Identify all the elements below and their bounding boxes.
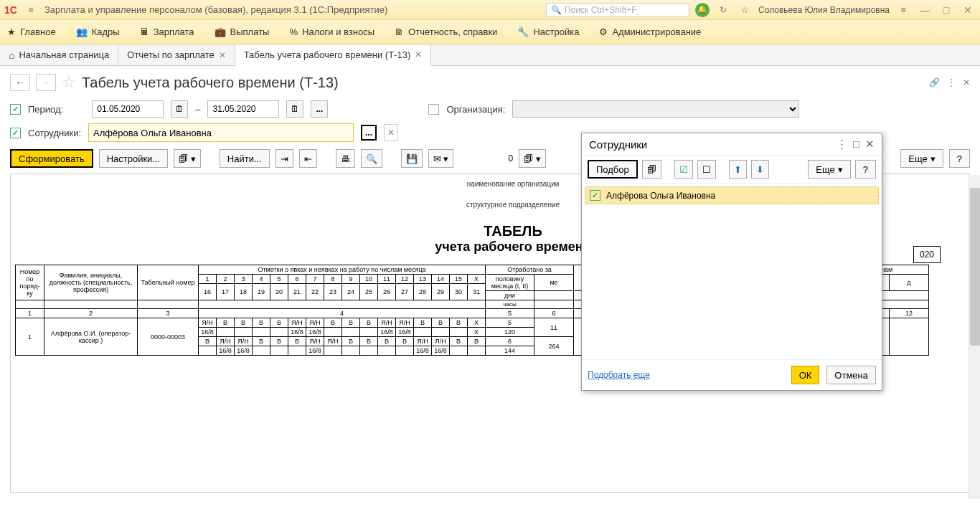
period-checkbox[interactable]: ✓ xyxy=(10,104,21,115)
th-num: Номер по поряд-ку xyxy=(16,265,44,300)
nav-otchet[interactable]: 🗎Отчетность, справки xyxy=(395,27,497,37)
help-button[interactable]: ? xyxy=(949,149,970,168)
ok-button[interactable]: ОК xyxy=(791,366,820,384)
star-filled-icon: ★ xyxy=(7,27,16,37)
period-picker-button[interactable]: ... xyxy=(311,100,328,118)
page-header: ← → ☆ Табель учета рабочего времени (Т-1… xyxy=(0,66,980,98)
modal-more-button[interactable]: Еще ▾ xyxy=(808,160,850,179)
percent-icon: % xyxy=(289,27,298,37)
variants-button[interactable]: 🗐 ▾ xyxy=(519,149,546,168)
more-button[interactable]: Еще ▾ xyxy=(900,149,943,168)
print-button[interactable]: 🖶 xyxy=(336,149,355,168)
year-cell: 020 xyxy=(913,246,941,263)
scrollbar[interactable] xyxy=(969,175,980,499)
employees-clear-button[interactable]: ✕ xyxy=(384,124,398,141)
home-icon: ⌂ xyxy=(9,49,14,61)
pick-more-link[interactable]: Подобрать еще xyxy=(588,370,650,380)
bell-icon[interactable]: 🔔 xyxy=(695,3,710,17)
gear-icon: ⚙ xyxy=(599,27,608,37)
copy-icon-button[interactable]: 🗐 xyxy=(642,160,661,179)
check-all-button[interactable]: ☑ xyxy=(674,160,693,179)
uncheck-all-button[interactable]: ☐ xyxy=(697,160,716,179)
logo-1c: 1C xyxy=(4,4,17,16)
employees-modal: Сотрудники ⋮ □ ✕ Подбор 🗐 ☑ ☐ ⬆ ⬇ Еще ▾ … xyxy=(581,133,882,391)
menu-icon[interactable]: ≡ xyxy=(23,2,39,18)
close-icon[interactable]: ✕ xyxy=(415,49,422,60)
expand-button[interactable]: ⇥ xyxy=(275,149,293,168)
back-button[interactable]: ← xyxy=(10,74,30,91)
tabs-bar: ⌂Начальная страница Отчеты по зарплате✕ … xyxy=(0,44,980,66)
save-button[interactable]: 💾 xyxy=(401,149,423,168)
modal-toolbar: Подбор 🗐 ☑ ☐ ⬆ ⬇ Еще ▾ ? xyxy=(582,156,882,184)
list-item[interactable]: ✓ Алфёрова Ольга Ивановна xyxy=(585,186,879,204)
org-checkbox[interactable]: ✓ xyxy=(428,104,439,115)
modal-help-button[interactable]: ? xyxy=(855,160,876,179)
calendar-icon[interactable]: 🗓 xyxy=(171,100,188,118)
nav-zarplata[interactable]: 🖩Зарплата xyxy=(140,27,194,37)
th-tabnum: Табельный номер xyxy=(138,265,199,300)
report-icon: 🗎 xyxy=(395,27,404,37)
nav-nastroika[interactable]: 🔧Настройка xyxy=(517,27,579,37)
nav-kadry[interactable]: 👥Кадры xyxy=(76,27,120,37)
filter-icon[interactable]: ≡ xyxy=(895,2,911,18)
people-icon: 👥 xyxy=(76,27,88,37)
nav-main[interactable]: ★Главное xyxy=(7,27,56,37)
item-label: Алфёрова Ольга Ивановна xyxy=(606,191,715,201)
email-button[interactable]: ✉ ▾ xyxy=(428,149,454,168)
history-icon[interactable]: ↻ xyxy=(715,2,731,18)
forward-button[interactable]: → xyxy=(36,74,56,91)
generate-button[interactable]: Сформировать xyxy=(10,149,93,168)
close-icon[interactable]: ✕ xyxy=(865,138,875,151)
wallet-icon: 💼 xyxy=(215,27,226,37)
settings-button[interactable]: Настройки... xyxy=(99,149,169,168)
window-restore[interactable]: □ xyxy=(938,4,954,16)
app-title: Зарплата и управление персоналом (базова… xyxy=(44,4,387,15)
period-label: Период: xyxy=(28,104,63,115)
favorite-star[interactable]: ☆ xyxy=(62,73,76,92)
tab-reports[interactable]: Отчеты по зарплате✕ xyxy=(118,44,235,65)
modal-list[interactable]: ✓ Алфёрова Ольга Ивановна xyxy=(582,184,882,359)
nav-nalogi[interactable]: %Налоги и взносы xyxy=(289,27,374,37)
link-icon[interactable]: 🔗 xyxy=(929,77,940,87)
star-icon[interactable]: ☆ xyxy=(737,2,753,18)
th-month: ме xyxy=(534,275,574,291)
more-vert-icon[interactable]: ⋮ xyxy=(837,138,847,151)
page-close-icon[interactable]: ✕ xyxy=(963,77,970,87)
th-fio: Фамилия, инициалы, должность (специально… xyxy=(44,265,138,300)
scroll-thumb[interactable] xyxy=(970,188,980,346)
pick-button[interactable]: Подбор xyxy=(588,160,638,179)
collapse-button[interactable]: ⇤ xyxy=(299,149,317,168)
modal-title: Сотрудники xyxy=(589,138,647,151)
th-worked: Отработано за xyxy=(486,265,574,275)
maximize-icon[interactable]: □ xyxy=(853,138,859,151)
move-down-button[interactable]: ⬇ xyxy=(751,160,769,179)
date-to-input[interactable] xyxy=(207,100,279,118)
tab-tabel[interactable]: Табель учета рабочего времени (Т-13)✕ xyxy=(235,44,432,66)
variant-count: 0 xyxy=(508,153,513,163)
move-up-button[interactable]: ⬆ xyxy=(729,160,747,179)
main-nav: ★Главное 👥Кадры 🖩Зарплата 💼Выплаты %Нало… xyxy=(0,20,980,44)
tab-home[interactable]: ⌂Начальная страница xyxy=(0,44,118,65)
more-vert-icon[interactable]: ⋮ xyxy=(947,77,956,87)
close-icon[interactable]: ✕ xyxy=(219,50,226,60)
employees-input[interactable] xyxy=(88,123,354,142)
item-checkbox[interactable]: ✓ xyxy=(590,190,600,201)
calendar-icon[interactable]: 🗓 xyxy=(286,100,303,118)
search-placeholder: Поиск Ctrl+Shift+F xyxy=(565,5,637,15)
date-from-input[interactable] xyxy=(92,100,164,118)
nav-admin[interactable]: ⚙Администрирование xyxy=(599,27,701,37)
copy-button[interactable]: 🗐 ▾ xyxy=(174,149,201,168)
window-close[interactable]: ✕ xyxy=(960,4,976,16)
user-name[interactable]: Соловьева Юлия Владимировна xyxy=(758,5,890,15)
find-button[interactable]: Найти... xyxy=(220,149,270,168)
org-select[interactable] xyxy=(512,100,799,118)
preview-button[interactable]: 🔍 xyxy=(361,149,382,168)
titlebar: 1C ≡ Зарплата и управление персоналом (б… xyxy=(0,0,980,20)
cancel-button[interactable]: Отмена xyxy=(826,366,876,384)
employees-picker-button[interactable]: ... xyxy=(361,125,377,141)
th-half: половину месяца (I, II) xyxy=(486,275,534,291)
employees-checkbox[interactable]: ✓ xyxy=(10,128,21,138)
nav-vyplaty[interactable]: 💼Выплаты xyxy=(215,27,270,37)
global-search[interactable]: 🔍 Поиск Ctrl+Shift+F xyxy=(546,3,689,17)
window-minimize[interactable]: — xyxy=(917,4,933,16)
